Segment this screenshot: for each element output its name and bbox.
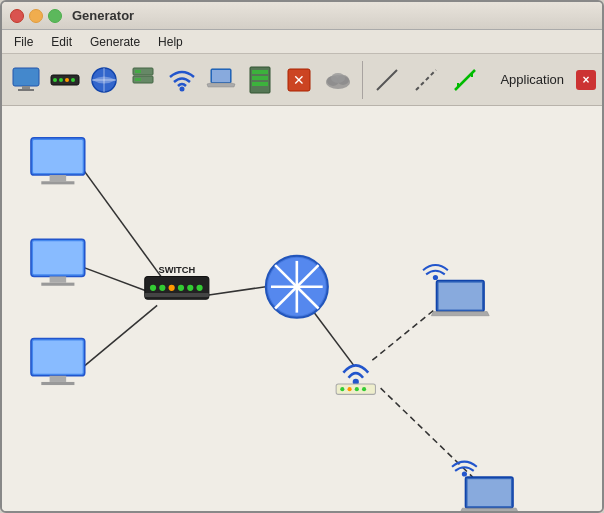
window-buttons [10, 9, 62, 23]
svg-point-58 [196, 285, 202, 291]
svg-line-28 [377, 70, 397, 90]
tool-laptop[interactable] [203, 59, 239, 101]
svg-rect-49 [33, 341, 83, 374]
svg-rect-14 [135, 78, 141, 81]
network-diagram: SWITCH [2, 106, 602, 511]
svg-point-53 [150, 285, 156, 291]
svg-point-5 [59, 78, 63, 82]
svg-point-73 [433, 275, 438, 280]
svg-text:✕: ✕ [293, 72, 305, 88]
svg-line-39 [381, 388, 473, 477]
svg-rect-78 [468, 479, 511, 506]
menu-bar: File Edit Generate Help [2, 30, 602, 54]
tool-firewall[interactable]: ✕ [281, 59, 317, 101]
maximize-window-button[interactable] [48, 9, 62, 23]
svg-rect-21 [252, 82, 268, 86]
svg-point-7 [71, 78, 75, 82]
svg-text:SWITCH: SWITCH [158, 265, 195, 275]
menu-file[interactable]: File [6, 33, 41, 51]
main-window: Generator File Edit Generate Help [0, 0, 604, 513]
svg-point-55 [169, 285, 175, 291]
svg-rect-46 [50, 276, 67, 282]
svg-point-71 [355, 387, 359, 391]
close-app-button[interactable]: × [576, 70, 596, 90]
minimize-window-button[interactable] [29, 9, 43, 23]
svg-rect-20 [252, 76, 268, 80]
svg-rect-47 [41, 283, 74, 286]
window-title: Generator [72, 8, 134, 23]
svg-point-6 [65, 78, 69, 82]
tool-monitor[interactable] [8, 59, 44, 101]
svg-line-38 [372, 301, 444, 360]
svg-rect-45 [33, 241, 83, 274]
svg-line-35 [83, 305, 157, 367]
svg-rect-51 [41, 382, 74, 385]
svg-rect-0 [13, 68, 39, 86]
svg-line-33 [83, 169, 166, 283]
svg-rect-13 [135, 70, 141, 73]
tool-wireless[interactable] [164, 59, 200, 101]
svg-point-76 [462, 471, 467, 476]
svg-point-15 [180, 86, 185, 91]
svg-rect-43 [41, 181, 74, 184]
canvas-area[interactable]: SWITCH [2, 106, 602, 511]
close-window-button[interactable] [10, 9, 24, 23]
svg-point-69 [340, 387, 344, 391]
tool-cloud[interactable] [320, 59, 356, 101]
svg-rect-17 [212, 70, 230, 82]
svg-rect-2 [18, 89, 34, 91]
svg-point-27 [331, 73, 345, 83]
menu-generate[interactable]: Generate [82, 33, 148, 51]
toolbar: ✕ Application × [2, 54, 602, 106]
title-bar: Generator [2, 2, 602, 30]
svg-rect-41 [33, 140, 83, 173]
svg-rect-19 [252, 70, 268, 74]
svg-point-72 [362, 387, 366, 391]
tool-cable[interactable] [447, 59, 483, 101]
tool-dashed-line[interactable] [408, 59, 444, 101]
tool-rack[interactable] [242, 59, 278, 101]
tool-line[interactable] [369, 59, 405, 101]
svg-rect-1 [22, 86, 30, 89]
svg-point-4 [53, 78, 57, 82]
svg-rect-59 [145, 293, 209, 297]
svg-rect-50 [50, 376, 67, 382]
svg-point-56 [178, 285, 184, 291]
svg-point-70 [348, 387, 352, 391]
app-label: Application [494, 70, 570, 89]
app-label-area: Application × [494, 70, 596, 90]
tool-router[interactable] [86, 59, 122, 101]
menu-help[interactable]: Help [150, 33, 191, 51]
toolbar-divider-1 [362, 61, 363, 99]
svg-point-57 [187, 285, 193, 291]
menu-edit[interactable]: Edit [43, 33, 80, 51]
tool-switch[interactable] [47, 59, 83, 101]
svg-line-29 [416, 70, 436, 90]
tool-server[interactable] [125, 59, 161, 101]
svg-point-54 [159, 285, 165, 291]
svg-rect-42 [50, 175, 67, 181]
svg-rect-75 [439, 283, 482, 310]
